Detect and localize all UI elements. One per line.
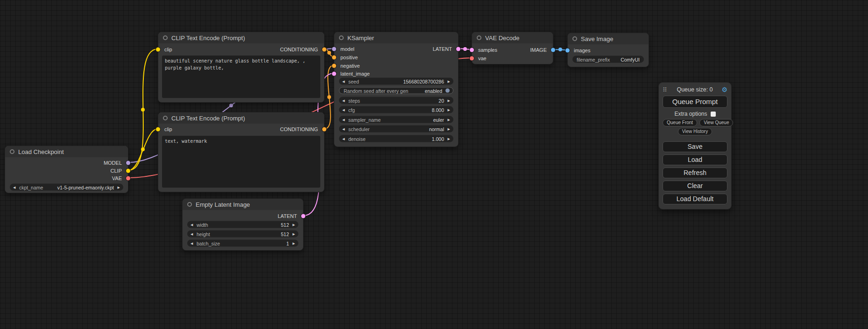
node-title-bar[interactable]: VAE Decode [472,32,553,43]
node-empty-latent-image[interactable]: Empty Latent Image LATENT ◀ width 512 ▶ … [182,198,303,251]
prev-value-arrow-icon[interactable]: ◀ [13,186,18,189]
increment-arrow-icon[interactable]: ▶ [445,108,450,112]
collapse-dot-icon[interactable] [572,36,577,41]
widget-value: 20 [438,98,444,103]
menu-header: ⠿ Queue size: 0 ⚙ [663,85,727,94]
node-load-checkpoint[interactable]: Load Checkpoint MODEL CLIP VAE ◀ ckpt_na… [5,146,128,193]
widget-label: width [197,222,208,227]
queue-prompt-button[interactable]: Queue Prompt [663,96,727,108]
widget-steps[interactable]: ◀ steps 20 ▶ [339,97,453,104]
output-slot-conditioning: CONDITIONING [280,46,324,53]
decrement-arrow-icon[interactable]: ◀ [191,242,196,245]
next-value-arrow-icon[interactable]: ▶ [445,127,450,131]
collapse-dot-icon[interactable] [163,116,168,120]
collapse-dot-icon[interactable] [10,149,14,154]
increment-arrow-icon[interactable]: ▶ [290,232,295,236]
node-title-bar[interactable]: CLIP Text Encode (Prompt) [158,112,324,124]
node-save-image[interactable]: Save Image images filename_prefix ComfyU… [567,33,649,67]
input-dot-clip[interactable] [156,127,160,132]
clear-button[interactable]: Clear [663,181,727,191]
node-vae-decode[interactable]: VAE Decode samples vae IMAGE [472,32,553,64]
output-dot-conditioning[interactable] [322,48,326,52]
node-title: VAE Decode [485,35,519,42]
increment-arrow-icon[interactable]: ▶ [290,223,295,226]
widget-value: enabled [425,88,442,93]
collapse-dot-icon[interactable] [163,35,168,40]
input-dot-images[interactable] [565,49,570,53]
save-button[interactable]: Save [663,141,727,152]
queue-front-button[interactable]: Queue Front [663,119,697,126]
widget-batch-size[interactable]: ◀ batch_size 1 ▶ [187,240,298,247]
extra-options-checkbox[interactable] [711,112,716,117]
node-title-bar[interactable]: Save Image [568,33,649,44]
input-dot-clip[interactable] [156,48,160,52]
node-ksampler[interactable]: KSampler model positive negative latent_… [334,32,459,147]
output-dot-model[interactable] [126,161,130,165]
input-dot-samples[interactable] [470,48,474,52]
prev-value-arrow-icon[interactable]: ◀ [342,118,347,121]
decrement-arrow-icon[interactable]: ◀ [342,99,347,102]
widget-label: ckpt_name [19,184,43,190]
node-title-bar[interactable]: KSampler [334,32,458,43]
input-dot-vae[interactable] [470,56,474,61]
next-value-arrow-icon[interactable]: ▶ [445,118,450,121]
load-button[interactable]: Load [663,154,727,165]
increment-arrow-icon[interactable]: ▶ [290,242,295,245]
widget-label: steps [348,98,360,103]
input-dot-positive[interactable] [332,56,336,60]
node-clip-text-encode-positive[interactable]: CLIP Text Encode (Prompt) clip CONDITION… [158,32,325,103]
widget-height[interactable]: ◀ height 512 ▶ [187,231,298,238]
output-slot-model: MODEL [104,160,128,166]
extra-options-label: Extra options [674,111,707,117]
node-title-bar[interactable]: Load Checkpoint [5,146,128,157]
node-clip-text-encode-negative[interactable]: CLIP Text Encode (Prompt) clip CONDITION… [158,112,325,192]
refresh-button[interactable]: Refresh [663,168,727,178]
collapse-dot-icon[interactable] [477,35,481,40]
prev-value-arrow-icon[interactable]: ◀ [342,127,347,131]
decrement-arrow-icon[interactable]: ◀ [342,108,347,112]
input-dot-negative[interactable] [332,64,336,68]
widget-seed[interactable]: ◀ seed 156680208700286 ▶ [339,78,453,85]
widget-cfg[interactable]: ◀ cfg 8.000 ▶ [339,106,453,113]
output-dot-clip[interactable] [126,169,130,173]
widget-filename-prefix[interactable]: filename_prefix ComfyUI [572,56,644,63]
widget-width[interactable]: ◀ width 512 ▶ [187,221,298,228]
increment-arrow-icon[interactable]: ▶ [445,80,450,83]
view-history-button[interactable]: View History [678,128,712,135]
widget-value: 512 [281,222,289,227]
node-title-bar[interactable]: Empty Latent Image [183,199,303,210]
view-queue-button[interactable]: View Queue [699,119,733,126]
output-dot-image[interactable] [551,48,555,52]
collapse-dot-icon[interactable] [187,202,192,207]
node-title: CLIP Text Encode (Prompt) [171,35,245,42]
input-dot-model[interactable] [332,47,336,51]
widget-random-seed[interactable]: Random seed after every gen enabled [339,87,453,94]
widget-value: 8.000 [432,107,444,112]
decrement-arrow-icon[interactable]: ◀ [191,232,196,236]
toggle-indicator-icon[interactable] [445,89,450,93]
decrement-arrow-icon[interactable]: ◀ [342,80,347,83]
widget-sampler-name[interactable]: ◀ sampler_name euler ▶ [339,116,453,123]
settings-gear-icon[interactable]: ⚙ [721,86,727,93]
input-dot-latent-image[interactable] [332,72,336,76]
output-dot-conditioning[interactable] [322,127,326,132]
increment-arrow-icon[interactable]: ▶ [445,99,450,102]
prompt-textarea[interactable]: beautiful scenery nature glass bottle la… [162,56,320,98]
load-default-button[interactable]: Load Default [663,194,727,204]
widget-denoise[interactable]: ◀ denoise 1.000 ▶ [339,135,453,142]
output-dot-latent[interactable] [301,214,305,218]
slot-label: CONDITIONING [280,47,318,52]
collapse-dot-icon[interactable] [339,35,344,40]
drag-handle-icon[interactable]: ⠿ [663,86,667,93]
decrement-arrow-icon[interactable]: ◀ [191,223,196,226]
increment-arrow-icon[interactable]: ▶ [445,137,450,140]
next-value-arrow-icon[interactable]: ▶ [115,186,120,189]
input-slot-clip: clip [158,46,172,53]
node-title-bar[interactable]: CLIP Text Encode (Prompt) [158,32,324,43]
prompt-textarea[interactable]: text, watermark [162,136,320,188]
decrement-arrow-icon[interactable]: ◀ [342,137,347,140]
output-dot-vae[interactable] [126,176,130,181]
widget-scheduler[interactable]: ◀ scheduler normal ▶ [339,126,453,133]
output-dot-latent[interactable] [456,47,460,51]
widget-ckpt-name[interactable]: ◀ ckpt_name v1-5-pruned-emaonly.ckpt ▶ [10,184,123,191]
